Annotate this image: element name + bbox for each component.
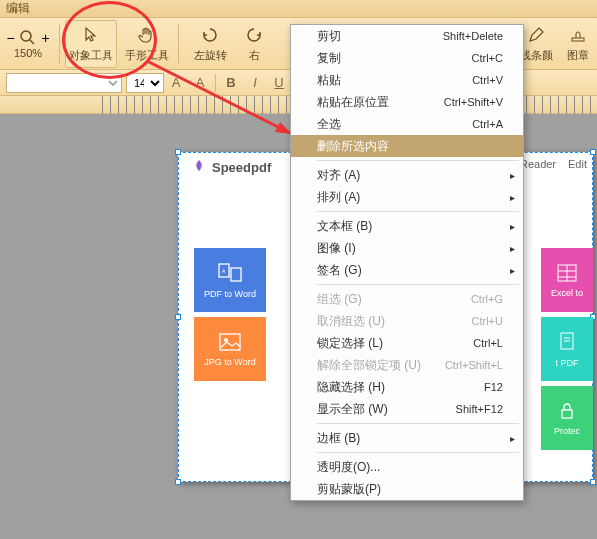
tile-column-right: Excel to t PDF Protec (541, 248, 593, 450)
menu-separator (317, 160, 519, 161)
menu-item[interactable]: 锁定选择 (L)Ctrl+L (291, 332, 523, 354)
menu-shortcut: Ctrl+A (472, 118, 503, 130)
menu-item[interactable]: 删除所选内容 (291, 135, 523, 157)
menu-item[interactable]: 透明度(O)... (291, 456, 523, 478)
tab[interactable]: Reader (520, 158, 556, 170)
menu-label: 剪切 (317, 28, 341, 45)
menu-shortcut: F12 (484, 381, 503, 393)
menu-label: 剪贴蒙版(P) (317, 481, 381, 498)
menu-label: 排列 (A) (317, 189, 360, 206)
font-family-select[interactable] (6, 73, 122, 93)
zoom-percent[interactable]: 150% (14, 47, 42, 59)
menu-label: 全选 (317, 116, 341, 133)
menu-label: 文本框 (B) (317, 218, 372, 235)
menu-item[interactable]: 复制Ctrl+C (291, 47, 523, 69)
titlebar: 编辑 (0, 0, 597, 18)
menu-label: 粘贴 (317, 72, 341, 89)
menu-shortcut: Ctrl+V (472, 74, 503, 86)
hand-tool-button[interactable]: 手形工具 (121, 20, 173, 68)
font-grow-button[interactable]: A (165, 73, 187, 93)
tile-column: A PDF to Word JPG to Word (194, 248, 266, 381)
menu-separator (317, 211, 519, 212)
rotate-right-button[interactable]: 右 (240, 20, 268, 68)
italic-button[interactable]: I (244, 73, 266, 93)
menu-item[interactable]: 粘贴在原位置Ctrl+Shift+V (291, 91, 523, 113)
menu-shortcut: Shift+F12 (456, 403, 503, 415)
menu-item: 解除全部锁定项 (U)Ctrl+Shift+L (291, 354, 523, 376)
menu-shortcut: Ctrl+G (471, 293, 503, 305)
cursor-icon (82, 26, 100, 44)
menu-item[interactable]: 剪贴蒙版(P) (291, 478, 523, 500)
selection-handle[interactable] (590, 479, 596, 485)
excel-to-tile[interactable]: Excel to (541, 248, 593, 312)
menu-item[interactable]: 图像 (I) (291, 237, 523, 259)
menu-shortcut: Ctrl+C (472, 52, 503, 64)
svg-rect-2 (572, 38, 584, 41)
page-icon (557, 331, 577, 353)
grid-icon (556, 263, 578, 283)
menu-item: 组选 (G)Ctrl+G (291, 288, 523, 310)
menu-item[interactable]: 对齐 (A) (291, 164, 523, 186)
menu-item[interactable]: 边框 (B) (291, 427, 523, 449)
selection-handle[interactable] (590, 149, 596, 155)
rotate-left-icon (201, 26, 219, 44)
image-icon (218, 332, 242, 352)
object-tool-button[interactable]: 对象工具 (65, 20, 117, 68)
separator (178, 24, 179, 64)
zoom-in-button[interactable]: + (37, 29, 54, 46)
font-size-select[interactable]: 14 (126, 73, 164, 93)
hand-icon (137, 25, 157, 45)
stamp-button[interactable]: 图章 (561, 20, 595, 68)
tab[interactable]: Edit (568, 158, 587, 170)
menu-label: 组选 (G) (317, 291, 362, 308)
svg-point-7 (224, 338, 228, 342)
pen-icon (527, 26, 545, 44)
pdf-to-word-tile[interactable]: A PDF to Word (194, 248, 266, 312)
menu-label: 粘贴在原位置 (317, 94, 389, 111)
magnifier-icon (19, 29, 37, 47)
protect-tile[interactable]: Protec (541, 386, 593, 450)
stamp-icon (569, 26, 587, 44)
menu-item[interactable]: 排列 (A) (291, 186, 523, 208)
svg-rect-15 (562, 410, 572, 418)
menu-shortcut: Ctrl+Shift+L (445, 359, 503, 371)
menu-shortcut: Ctrl+Shift+V (444, 96, 503, 108)
menu-separator (317, 452, 519, 453)
menu-label: 图像 (I) (317, 240, 356, 257)
menu-label: 复制 (317, 50, 341, 67)
doc-icon: A (217, 262, 243, 284)
menu-label: 透明度(O)... (317, 459, 380, 476)
menu-item[interactable]: 隐藏选择 (H)F12 (291, 376, 523, 398)
to-pdf-tile[interactable]: t PDF (541, 317, 593, 381)
menu-label: 显示全部 (W) (317, 401, 388, 418)
menu-item[interactable]: 剪切Shift+Delete (291, 25, 523, 47)
menu-separator (317, 423, 519, 424)
menu-item[interactable]: 文本框 (B) (291, 215, 523, 237)
app-window: 编辑 − + 150% 对象工具 手形工具 左旋转 右 (0, 0, 597, 539)
selection-handle[interactable] (175, 314, 181, 320)
menu-label: 删除所选内容 (317, 138, 389, 155)
jpg-to-word-tile[interactable]: JPG to Word (194, 317, 266, 381)
underline-button[interactable]: U (268, 73, 290, 93)
separator (59, 24, 60, 64)
svg-point-0 (21, 31, 31, 41)
selection-handle[interactable] (175, 479, 181, 485)
brand-icon (190, 158, 208, 176)
menu-item[interactable]: 全选Ctrl+A (291, 113, 523, 135)
menu-item[interactable]: 显示全部 (W)Shift+F12 (291, 398, 523, 420)
context-menu: 剪切Shift+Delete复制Ctrl+C粘贴Ctrl+V粘贴在原位置Ctrl… (290, 24, 524, 501)
brand-text: Speedpdf (212, 160, 271, 175)
menu-shortcut: Shift+Delete (443, 30, 503, 42)
menu-label: 取消组选 (U) (317, 313, 385, 330)
rotate-left-button[interactable]: 左旋转 (184, 20, 236, 68)
menu-item: 取消组选 (U)Ctrl+U (291, 310, 523, 332)
bold-button[interactable]: B (220, 73, 242, 93)
zoom-out-button[interactable]: − (2, 29, 19, 46)
menu-item[interactable]: 签名 (G) (291, 259, 523, 281)
font-shrink-button[interactable]: A (189, 73, 211, 93)
zoom-group: − + 150% (2, 29, 54, 59)
menu-item[interactable]: 粘贴Ctrl+V (291, 69, 523, 91)
menu-label: 边框 (B) (317, 430, 360, 447)
rotate-right-icon (245, 26, 263, 44)
selection-handle[interactable] (175, 149, 181, 155)
